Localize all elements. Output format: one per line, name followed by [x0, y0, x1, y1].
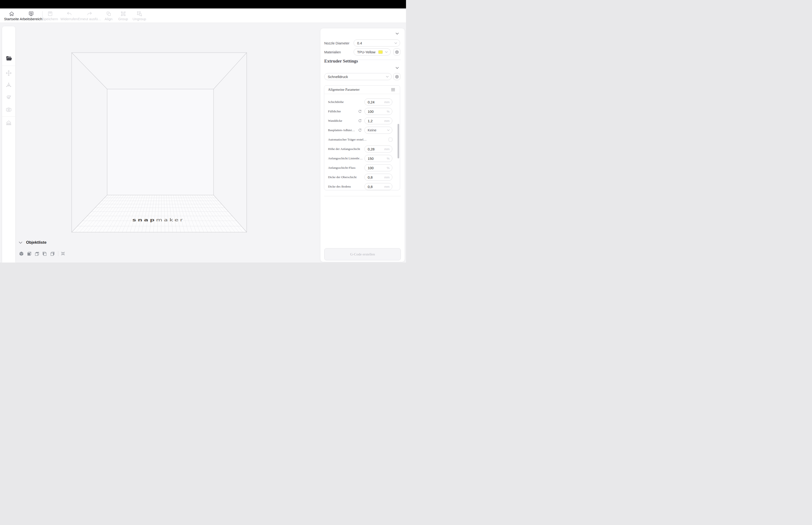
parameter-input[interactable]: 0,24mm	[364, 99, 393, 106]
view-3d-icon[interactable]	[19, 251, 24, 256]
gear-icon	[395, 50, 399, 54]
fit-view-icon[interactable]	[61, 251, 65, 256]
view-switcher	[19, 251, 65, 256]
support-icon	[5, 119, 12, 126]
print-settings-panel: Extruder Settings Nozzle Diameter 0.4 Ma…	[321, 28, 404, 262]
section-divider	[324, 196, 401, 196]
sidebar-tool-support[interactable]	[5, 119, 12, 126]
parameter-input[interactable]: 150%	[364, 155, 393, 162]
object-list-header[interactable]: Objektliste	[19, 240, 47, 245]
sidebar-tool-open-file[interactable]	[5, 55, 12, 62]
parameter-row: Dicke des Bodens0,8mm	[324, 182, 400, 190]
parameter-input[interactable]: 0,8mm	[364, 174, 393, 181]
chevron-down-icon[interactable]	[396, 67, 399, 69]
sidebar-tool-scale[interactable]	[5, 82, 12, 88]
parameter-unit: mm	[384, 100, 390, 104]
bed-logo-maker: maker	[156, 218, 184, 222]
parameter-label: Wanddicke	[328, 119, 358, 123]
parameter-unit: mm	[384, 176, 390, 179]
generate-gcode-button[interactable]: G-Code erstellen	[324, 248, 401, 260]
parameter-select[interactable]: Keine	[364, 127, 393, 134]
material-select[interactable]: TPU-Yellow	[354, 48, 391, 56]
parameter-row: Anfangsschicht Linienbr…150%	[324, 154, 400, 163]
material-color-swatch	[378, 50, 383, 54]
parameter-input[interactable]: 100%	[364, 164, 393, 171]
material-value: TPU-Yellow	[357, 50, 378, 54]
extruder-settings-title: Extruder Settings	[324, 59, 358, 64]
print-profile-select[interactable]: Schnelldruck	[324, 73, 392, 80]
scale-icon	[5, 82, 12, 88]
reset-icon[interactable]	[358, 109, 362, 113]
general-parameters-card: Allgemeine Parameter Schichthöhe0,24mmFü…	[324, 85, 400, 190]
parameter-checkbox[interactable]	[388, 138, 393, 141]
chevron-down-icon	[385, 51, 388, 53]
view-switcher-divider	[58, 251, 58, 256]
material-settings-gear-button[interactable]	[393, 48, 400, 56]
scrollbar-thumb[interactable]	[398, 124, 399, 159]
chevron-down-icon	[395, 42, 397, 44]
bed-logo-snap: snap	[132, 218, 156, 222]
profile-settings-gear-button[interactable]	[393, 73, 400, 80]
parameter-label: Dicke des Bodens	[328, 185, 364, 189]
parameter-value: 0,8	[368, 185, 384, 189]
parameter-value: 150	[368, 156, 387, 161]
parameter-value: 100	[368, 109, 387, 114]
sidebar-tool-mirror[interactable]	[5, 106, 12, 113]
workspace-icon	[28, 11, 34, 17]
parameter-label: Dicke der Oberschicht	[328, 175, 364, 179]
view-left-icon[interactable]	[42, 251, 47, 256]
reset-icon[interactable]	[358, 119, 362, 123]
sidebar-tool-rotate[interactable]	[5, 94, 12, 101]
save-icon	[47, 11, 53, 17]
parameter-row: Bauplatten-Adhäsi…Keine	[324, 125, 400, 135]
parameter-unit: %	[387, 157, 389, 160]
chevron-down-icon	[386, 76, 388, 77]
chevron-down-icon[interactable]	[19, 242, 22, 244]
parameter-label: Schichthöhe	[328, 100, 364, 104]
toolbar-button-label: Ungroup	[133, 17, 146, 21]
parameter-value: 0,8	[368, 175, 384, 179]
sidebar-separator	[2, 65, 15, 66]
toolbar-button-label: Startseite	[4, 17, 19, 21]
view-front-icon[interactable]	[27, 251, 32, 256]
parameters-rows: Schichthöhe0,24mmFülldichte100%Wanddicke…	[324, 94, 400, 190]
rotate-icon	[5, 94, 12, 101]
parameter-label: Anfangsschicht-Fluss	[328, 166, 364, 170]
mirror-icon	[5, 106, 12, 113]
sidebar-tool-move[interactable]	[5, 70, 12, 76]
hamburger-menu-icon[interactable]	[391, 88, 395, 91]
view-right-icon[interactable]	[50, 251, 55, 256]
nozzle-diameter-value: 0.4	[357, 41, 395, 45]
parameter-value: 100	[368, 166, 387, 170]
parameter-value: 1,2	[368, 119, 384, 123]
object-list-section: Objektliste	[19, 240, 47, 245]
toolbar-separator	[42, 11, 43, 21]
left-tool-sidebar	[2, 26, 15, 262]
toolbar-button-ungroup[interactable]: Ungroup	[126, 11, 152, 21]
toolbar-button-label: Speichern	[42, 17, 58, 21]
parameter-label: Höhe der Anfangsschicht	[328, 147, 364, 151]
parameter-row: Höhe der Anfangsschicht0,28mm	[324, 144, 400, 154]
section-divider	[324, 60, 401, 60]
move-icon	[5, 70, 12, 76]
group-icon	[120, 11, 126, 17]
nozzle-diameter-select[interactable]: 0.4	[354, 40, 400, 46]
parameter-value: 0,28	[368, 147, 384, 151]
parameter-unit: mm	[384, 185, 390, 189]
parameter-input[interactable]: 0,28mm	[364, 146, 393, 152]
gear-icon	[395, 75, 399, 79]
material-label: Materialien	[324, 50, 341, 54]
parameter-unit: mm	[384, 119, 390, 123]
parameter-input[interactable]: 0,8mm	[364, 183, 393, 190]
parameter-input[interactable]: 100%	[364, 108, 393, 115]
toolbar-button-label: Widerrufen	[60, 17, 78, 21]
view-top-icon[interactable]	[34, 251, 40, 256]
parameter-input[interactable]: 1,2mm	[364, 117, 393, 124]
bed-logo: snapmaker	[123, 218, 194, 222]
parameter-row: Anfangsschicht-Fluss100%	[324, 163, 400, 172]
nozzle-diameter-label: Nozzle Diameter	[324, 41, 349, 45]
reset-icon[interactable]	[358, 128, 362, 132]
chevron-down-icon[interactable]	[396, 33, 399, 34]
chevron-down-icon	[387, 130, 389, 131]
ungroup-icon	[137, 11, 142, 17]
